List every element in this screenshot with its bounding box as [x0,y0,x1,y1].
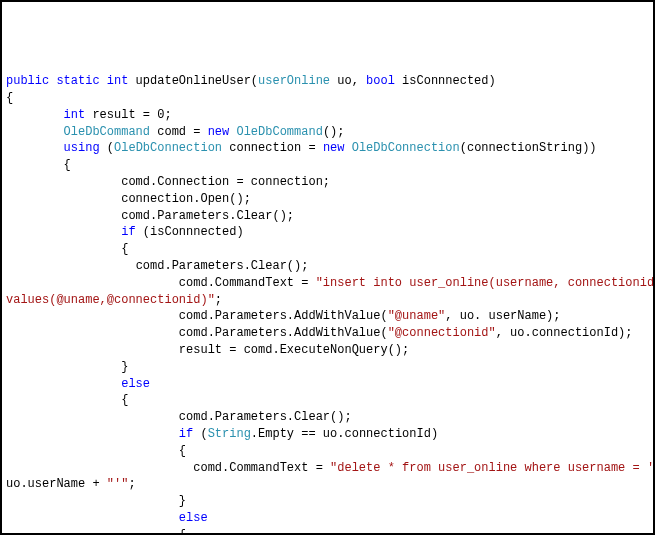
code-token: comd.CommandText = [193,461,330,475]
code-token: comd.Parameters.AddWithValue( [179,309,388,323]
code-line: } [6,359,649,376]
code-token: "'" [107,477,129,491]
code-token: } [121,360,128,374]
code-token: { [179,444,186,458]
code-line: if (String.Empty == uo.connectionId) [6,426,649,443]
code-token: } [179,494,186,508]
code-token: (isConnnected) [136,225,244,239]
code-token: comd.Parameters.Clear(); [136,259,309,273]
code-token: "insert into user_online(username, conne… [316,276,655,290]
code-token: comd.Connection = connection; [121,175,330,189]
code-token: comd.Parameters.AddWithValue( [179,326,388,340]
code-token: comd.Parameters.Clear(); [179,410,352,424]
code-token: { [121,242,128,256]
code-token: values(@uname,@connectionid)" [6,293,215,307]
code-line: using (OleDbConnection connection = new … [6,140,649,157]
code-line: comd.Parameters.Clear(); [6,409,649,426]
code-token: String [208,427,251,441]
code-token: , uo. userName); [445,309,560,323]
code-line: if (isConnnected) [6,224,649,241]
code-line: { [6,443,649,460]
code-token: comd = [150,125,208,139]
code-token: comd.Parameters.Clear(); [121,209,294,223]
code-token: if [179,427,193,441]
code-token: new [323,141,345,155]
code-line: comd.Parameters.AddWithValue("@uname", u… [6,308,649,325]
code-token [345,141,352,155]
code-token: comd.CommandText = [179,276,316,290]
code-line: OleDbCommand comd = new OleDbCommand(); [6,124,649,141]
code-line: { [6,392,649,409]
code-token: using [64,141,100,155]
code-token: ; [128,477,135,491]
code-line: else [6,510,649,527]
code-token: OleDbConnection [114,141,222,155]
code-line: result = comd.ExecuteNonQuery(); [6,342,649,359]
code-token: connection.Open(); [121,192,251,206]
code-token: bool [366,74,395,88]
code-block: public static int updateOnlineUser(userO… [6,73,649,535]
code-token: OleDbCommand [236,125,322,139]
code-token: ( [100,141,114,155]
code-line: int result = 0; [6,107,649,124]
code-token: if [121,225,135,239]
code-line: { [6,527,649,535]
code-token: "@connectionid" [388,326,496,340]
code-line: comd.Parameters.Clear(); [6,208,649,225]
code-token: userOnline [258,74,330,88]
code-token: , uo.connectionId); [496,326,633,340]
code-token: public static int [6,74,128,88]
code-token: { [64,158,71,172]
code-line: comd.Parameters.Clear(); [6,258,649,275]
code-line: { [6,157,649,174]
code-token: ; [215,293,222,307]
code-token: { [121,393,128,407]
code-line: comd.CommandText = "insert into user_onl… [6,275,649,292]
code-line: { [6,90,649,107]
code-token: result = 0; [85,108,171,122]
code-token: result = comd.ExecuteNonQuery(); [179,343,409,357]
code-line: } [6,493,649,510]
code-token: connection = [222,141,323,155]
code-token: (); [323,125,345,139]
code-line: comd.Connection = connection; [6,174,649,191]
code-token: { [179,528,186,535]
code-token: int [64,108,86,122]
code-token: uo, [330,74,366,88]
code-token: new [208,125,230,139]
code-line: values(@uname,@connectionid)"; [6,292,649,309]
code-token: else [121,377,150,391]
code-token: isConnnected) [395,74,496,88]
code-token: OleDbCommand [64,125,150,139]
code-token: uo.userName + [6,477,107,491]
code-line: else [6,376,649,393]
code-token: ( [193,427,207,441]
code-line: connection.Open(); [6,191,649,208]
code-token: else [179,511,208,525]
code-line: comd.Parameters.AddWithValue("@connectio… [6,325,649,342]
code-token: .Empty == uo.connectionId) [251,427,438,441]
code-token: "delete * from user_online where usernam… [330,461,655,475]
code-token: OleDbConnection [352,141,460,155]
code-line: uo.userName + "'"; [6,476,649,493]
code-token: updateOnlineUser( [128,74,258,88]
code-token: (connectionString)) [460,141,597,155]
code-token: "@uname" [388,309,446,323]
code-line: comd.CommandText = "delete * from user_o… [6,460,649,477]
code-line: public static int updateOnlineUser(userO… [6,73,649,90]
code-token: { [6,91,13,105]
code-line: { [6,241,649,258]
